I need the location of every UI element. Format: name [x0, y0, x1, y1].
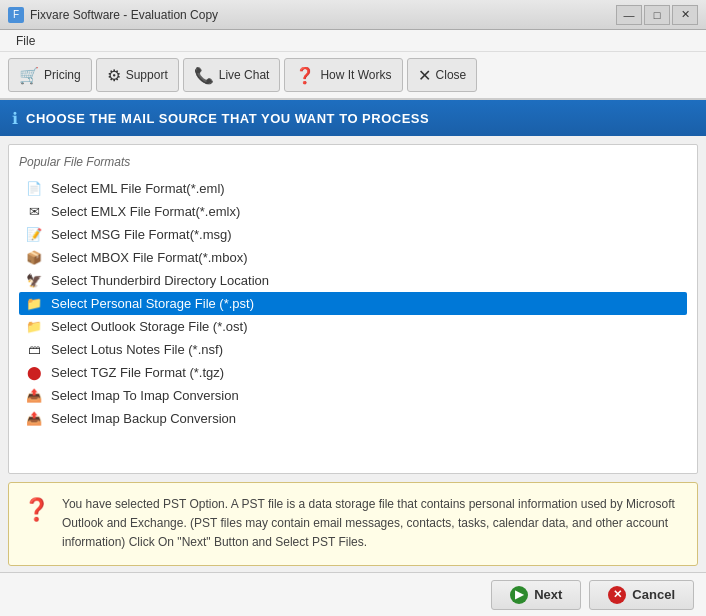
- msg-icon: 📝: [25, 228, 43, 242]
- nsf-label: Select Lotus Notes File (*.nsf): [51, 342, 223, 357]
- emlx-label: Select EMLX File Format(*.emlx): [51, 204, 240, 219]
- menu-file[interactable]: File: [8, 32, 43, 50]
- next-icon: ▶: [510, 586, 528, 604]
- window-title: Fixvare Software - Evaluation Copy: [30, 8, 218, 22]
- toolbar-close-icon: ✕: [418, 66, 431, 85]
- pst-icon: 📁: [25, 297, 43, 311]
- app-icon: F: [8, 7, 24, 23]
- toolbar-close-label: Close: [436, 68, 467, 82]
- live-chat-icon: 📞: [194, 66, 214, 85]
- nsf-icon: 🗃: [25, 343, 43, 357]
- title-controls: — □ ✕: [616, 5, 698, 25]
- cancel-button[interactable]: ✕ Cancel: [589, 580, 694, 610]
- ost-icon: 📁: [25, 320, 43, 334]
- pricing-icon: 🛒: [19, 66, 39, 85]
- title-bar-left: F Fixvare Software - Evaluation Copy: [8, 7, 218, 23]
- section-title: Popular File Formats: [19, 155, 687, 169]
- thunderbird-label: Select Thunderbird Directory Location: [51, 273, 269, 288]
- cancel-icon: ✕: [608, 586, 626, 604]
- how-it-works-icon: ❓: [295, 66, 315, 85]
- emlx-icon: ✉: [25, 205, 43, 219]
- next-label: Next: [534, 587, 562, 602]
- footer: ▶ Next ✕ Cancel: [0, 572, 706, 616]
- header-text: CHOOSE THE MAIL SOURCE THAT YOU WANT TO …: [26, 111, 429, 126]
- info-text: You have selected PST Option. A PST file…: [62, 495, 683, 553]
- mbox-label: Select MBOX File Format(*.mbox): [51, 250, 248, 265]
- title-bar: F Fixvare Software - Evaluation Copy — □…: [0, 0, 706, 30]
- file-item-imap-backup[interactable]: 📤 Select Imap Backup Conversion: [19, 407, 687, 430]
- file-format-list: 📄 Select EML File Format(*.eml) ✉ Select…: [19, 177, 687, 430]
- eml-icon: 📄: [25, 182, 43, 196]
- msg-label: Select MSG File Format(*.msg): [51, 227, 232, 242]
- how-it-works-label: How It Works: [320, 68, 391, 82]
- toolbar-live-chat[interactable]: 📞 Live Chat: [183, 58, 281, 92]
- file-item-nsf[interactable]: 🗃 Select Lotus Notes File (*.nsf): [19, 338, 687, 361]
- mbox-icon: 📦: [25, 251, 43, 265]
- live-chat-label: Live Chat: [219, 68, 270, 82]
- file-format-panel: Popular File Formats 📄 Select EML File F…: [8, 144, 698, 474]
- thunderbird-icon: 🦅: [25, 274, 43, 288]
- file-item-ost[interactable]: 📁 Select Outlook Storage File (*.ost): [19, 315, 687, 338]
- support-label: Support: [126, 68, 168, 82]
- file-item-mbox[interactable]: 📦 Select MBOX File Format(*.mbox): [19, 246, 687, 269]
- toolbar-support[interactable]: ⚙ Support: [96, 58, 179, 92]
- info-question-icon: ❓: [23, 497, 50, 523]
- minimize-button[interactable]: —: [616, 5, 642, 25]
- file-item-imap-to-imap[interactable]: 📤 Select Imap To Imap Conversion: [19, 384, 687, 407]
- close-window-button[interactable]: ✕: [672, 5, 698, 25]
- file-item-msg[interactable]: 📝 Select MSG File Format(*.msg): [19, 223, 687, 246]
- imap-backup-icon: 📤: [25, 412, 43, 426]
- support-icon: ⚙: [107, 66, 121, 85]
- ost-label: Select Outlook Storage File (*.ost): [51, 319, 248, 334]
- header-banner: ℹ CHOOSE THE MAIL SOURCE THAT YOU WANT T…: [0, 100, 706, 136]
- toolbar-how-it-works[interactable]: ❓ How It Works: [284, 58, 402, 92]
- pst-label: Select Personal Storage File (*.pst): [51, 296, 254, 311]
- pricing-label: Pricing: [44, 68, 81, 82]
- tgz-icon: ⬤: [25, 366, 43, 380]
- next-button[interactable]: ▶ Next: [491, 580, 581, 610]
- file-item-thunderbird[interactable]: 🦅 Select Thunderbird Directory Location: [19, 269, 687, 292]
- file-item-emlx[interactable]: ✉ Select EMLX File Format(*.emlx): [19, 200, 687, 223]
- menu-bar: File: [0, 30, 706, 52]
- file-item-pst[interactable]: 📁 Select Personal Storage File (*.pst): [19, 292, 687, 315]
- info-box: ❓ You have selected PST Option. A PST fi…: [8, 482, 698, 566]
- header-icon: ℹ: [12, 109, 18, 128]
- toolbar-pricing[interactable]: 🛒 Pricing: [8, 58, 92, 92]
- tgz-label: Select TGZ File Format (*.tgz): [51, 365, 224, 380]
- file-item-tgz[interactable]: ⬤ Select TGZ File Format (*.tgz): [19, 361, 687, 384]
- imap-to-imap-icon: 📤: [25, 389, 43, 403]
- file-item-eml[interactable]: 📄 Select EML File Format(*.eml): [19, 177, 687, 200]
- imap-to-imap-label: Select Imap To Imap Conversion: [51, 388, 239, 403]
- toolbar: 🛒 Pricing ⚙ Support 📞 Live Chat ❓ How It…: [0, 52, 706, 100]
- toolbar-close[interactable]: ✕ Close: [407, 58, 478, 92]
- cancel-label: Cancel: [632, 587, 675, 602]
- eml-label: Select EML File Format(*.eml): [51, 181, 225, 196]
- maximize-button[interactable]: □: [644, 5, 670, 25]
- imap-backup-label: Select Imap Backup Conversion: [51, 411, 236, 426]
